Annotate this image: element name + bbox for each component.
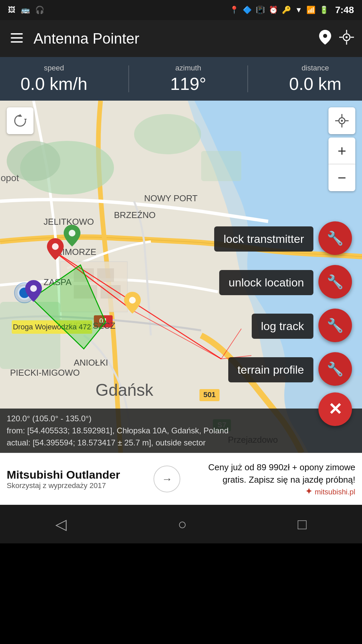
hamburger-button[interactable] <box>8 29 25 48</box>
nav-home-button[interactable]: ○ <box>164 511 200 538</box>
azimuth-stat: azimuth 119° <box>170 64 206 94</box>
ad-arrow-button[interactable]: → <box>154 466 180 492</box>
nav-recent-button[interactable]: □ <box>284 511 320 538</box>
speed-label: speed <box>44 64 64 72</box>
ad-logo-area: Mitsubishi Outlander Skorzystaj z wyprze… <box>7 468 147 490</box>
lock-transmitter-label[interactable]: lock transtmitter <box>214 226 313 252</box>
azimuth-value: 119° <box>170 74 206 94</box>
gps-target-icon[interactable] <box>339 30 354 48</box>
distance-stat: distance 0.0 km <box>289 64 342 94</box>
svg-text:PIECKI-MIGOWO: PIECKI-MIGOWO <box>10 368 80 378</box>
svg-point-55 <box>52 243 59 250</box>
ad-text-area: Ceny już od 89 990zł + opony zimowegrati… <box>187 461 355 497</box>
svg-point-13 <box>134 114 201 154</box>
stats-bar: speed 0.0 km/h azimuth 119° distance 0.0… <box>0 57 362 101</box>
log-track-label[interactable]: log track <box>252 314 314 339</box>
nav-bar: ◁ ○ □ <box>0 505 362 543</box>
terrain-profile-button[interactable]: 🔧 <box>318 352 352 386</box>
distance-value: 0.0 km <box>289 74 342 94</box>
map-rotate-button[interactable] <box>7 107 34 134</box>
info-line-2: from: [54.405533; 18.592981], Chłopska 1… <box>7 425 355 437</box>
svg-text:opot: opot <box>1 173 19 183</box>
close-x-icon: ✕ <box>328 399 342 419</box>
speed-stat: speed 0.0 km/h <box>20 64 87 94</box>
svg-text:501: 501 <box>203 390 216 399</box>
fab-close-button[interactable]: ✕ <box>318 392 352 426</box>
wrench-icon-terrain: 🔧 <box>327 361 344 377</box>
ad-banner: Mitsubishi Outlander Skorzystaj z wyprze… <box>0 453 362 505</box>
speed-value: 0.0 km/h <box>20 74 87 94</box>
info-line-1: 120.0° (105.0° - 135.0°) <box>7 413 355 425</box>
alarm-icon: ⏰ <box>269 6 278 14</box>
key-icon: 🔑 <box>282 6 291 14</box>
app-title: Antenna Pointer <box>34 30 319 47</box>
headset-icon: 🎧 <box>35 6 44 14</box>
svg-text:NOWY PORT: NOWY PORT <box>144 193 198 203</box>
app-bar-actions <box>319 30 354 48</box>
info-footer: 120.0° (105.0° - 135.0°) from: [54.40553… <box>0 409 362 453</box>
vibrate-icon: 📳 <box>256 6 265 14</box>
zoom-in-button[interactable]: + <box>328 138 355 164</box>
battery-icon: 🔋 <box>319 6 328 14</box>
unlock-location-button[interactable]: 🔧 <box>318 265 352 299</box>
ad-brand-name: Mitsubishi Outlander <box>7 468 147 481</box>
ad-subtext: Skorzystaj z wyprzedaży 2017 <box>7 481 147 490</box>
location-status-icon: 📍 <box>230 6 239 14</box>
svg-point-56 <box>30 285 37 292</box>
svg-rect-1 <box>11 37 23 39</box>
stat-divider-2 <box>247 65 248 92</box>
green-marker[interactable] <box>64 225 80 248</box>
svg-text:BRZEŹNO: BRZEŹNO <box>114 210 156 220</box>
svg-rect-14 <box>201 151 241 181</box>
svg-rect-0 <box>11 33 23 35</box>
svg-text:ANIOŁKI: ANIOŁKI <box>74 358 108 368</box>
terrain-profile-label[interactable]: terrain profile <box>228 357 313 382</box>
wifi-icon: ▼ <box>295 6 302 14</box>
status-bar-left: 🖼 🚌 🎧 <box>8 6 44 14</box>
svg-point-8 <box>346 36 348 38</box>
distance-label: distance <box>302 64 329 72</box>
svg-marker-59 <box>24 119 27 121</box>
wrench-icon-log: 🔧 <box>327 318 344 333</box>
status-bar: 🖼 🚌 🎧 📍 🔷 📳 ⏰ 🔑 ▼ 📶 🔋 7:48 <box>0 0 362 20</box>
signal-icon: 📶 <box>306 6 315 14</box>
svg-rect-17 <box>97 268 114 282</box>
nav-back-button[interactable]: ◁ <box>42 510 80 538</box>
app-bar: Antenna Pointer <box>0 20 362 57</box>
lock-transmitter-button[interactable]: 🔧 <box>318 221 352 255</box>
azimuth-label: azimuth <box>175 64 201 72</box>
purple-marker[interactable] <box>25 280 42 303</box>
status-time: 7:48 <box>335 5 354 15</box>
svg-text:Gdańsk: Gdańsk <box>96 381 154 399</box>
info-line-3: actual: [54.395594; 18.573417 ± 25.7 m],… <box>7 437 355 449</box>
map-zoom-container: + − <box>328 138 355 191</box>
ad-website: ✦ mitsubishi.pl <box>187 486 355 497</box>
map-area[interactable]: 501 S7 221 01 JELITKOWO PRIMORZE BRZEŹNO… <box>0 101 362 453</box>
svg-point-57 <box>129 297 136 304</box>
log-track-button[interactable]: 🔧 <box>318 309 352 342</box>
ad-website-text: mitsubishi.pl <box>315 488 355 496</box>
svg-point-54 <box>69 230 75 236</box>
svg-rect-2 <box>11 41 23 43</box>
map-gps-button[interactable] <box>328 107 355 134</box>
ad-main-text: Ceny już od 89 990zł + opony zimowegrati… <box>187 461 355 486</box>
status-bar-right: 📍 🔷 📳 ⏰ 🔑 ▼ 📶 🔋 7:48 <box>230 5 354 15</box>
svg-point-65 <box>341 120 343 122</box>
bus-icon: 🚌 <box>21 6 30 14</box>
red-marker[interactable] <box>47 238 64 261</box>
bluetooth-icon: 🔷 <box>243 6 252 14</box>
image-icon: 🖼 <box>8 6 15 14</box>
wrench-icon-lock: 🔧 <box>327 230 344 246</box>
unlock-location-label[interactable]: unlock location <box>219 270 313 295</box>
zoom-out-button[interactable]: − <box>328 164 355 191</box>
wrench-icon-unlock: 🔧 <box>327 274 344 290</box>
yellow-marker[interactable] <box>124 292 141 315</box>
arrow-right-icon: → <box>162 473 172 485</box>
location-pin-icon[interactable] <box>319 30 331 48</box>
stat-divider-1 <box>128 65 129 92</box>
